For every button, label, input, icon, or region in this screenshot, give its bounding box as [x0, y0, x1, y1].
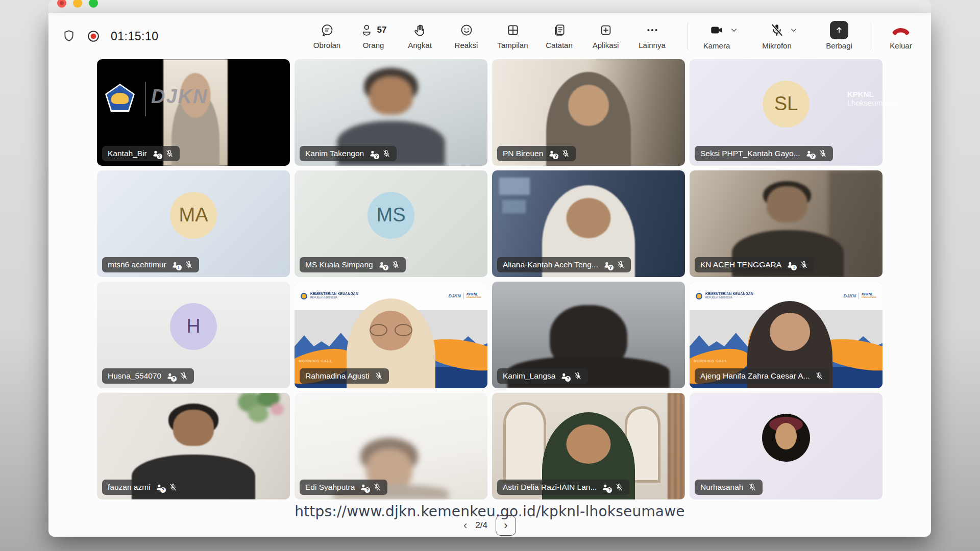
microphone-button[interactable]: Mikrofon: [753, 13, 814, 59]
participant-name-pill: Kantah_Bir ?: [102, 146, 180, 161]
mic-muted-icon: [373, 483, 382, 492]
person-icon: [360, 23, 375, 37]
toolbar-divider: [688, 22, 688, 50]
gallery-pager: ‹ 2/4 ›: [48, 515, 931, 536]
participant-name: Edi Syahputra: [305, 483, 355, 492]
video-placeholder: [502, 200, 526, 213]
share-up-arrow-icon: [830, 21, 848, 39]
wood-panel-decor: [668, 393, 685, 499]
person-question-icon: ?: [805, 149, 814, 158]
mic-muted-icon: [769, 22, 785, 38]
view-button[interactable]: Tampilan: [489, 13, 536, 59]
video-tile-aliana[interactable]: Aliana-Kantah Aceh Teng... ?: [492, 170, 685, 277]
participant-name: Astri Delia Razi-IAIN Lan...: [503, 483, 597, 492]
person-question-icon: ?: [166, 372, 175, 381]
next-page-button[interactable]: ›: [496, 515, 516, 536]
participant-name-pill: Ajeng Hanifa Zahra Caesar A...: [695, 368, 829, 384]
mic-muted-icon: [382, 149, 391, 158]
person-exclamation-icon: !: [786, 261, 795, 269]
toolbar-center-group: Obrolan 57 Orang: [304, 13, 675, 59]
recording-indicator-icon[interactable]: [86, 29, 101, 43]
mic-muted-icon: [615, 483, 624, 492]
participant-name: Kanim Takengon: [305, 149, 364, 158]
video-tile-ajeng[interactable]: KEMENTERIAN KEUANGANREPUBLIK INDONESIA D…: [690, 282, 883, 388]
mic-dropdown-chevron-icon[interactable]: [790, 26, 798, 34]
notes-icon: [552, 23, 567, 37]
video-tile-kn-aceh-tenggara[interactable]: KN ACEH TENGGARA !: [690, 170, 883, 277]
smiley-icon: [459, 23, 474, 37]
plus-square-icon: [599, 23, 613, 37]
camera-dropdown-chevron-icon[interactable]: [730, 26, 738, 34]
person-question-icon: ?: [152, 149, 160, 158]
participant-count: 57: [377, 25, 387, 35]
video-tile-seksi-phpt[interactable]: SL Seksi PHPT_Kantah Gayo... ?: [690, 59, 883, 166]
person-question-icon: ?: [560, 372, 569, 381]
minimize-window-button[interactable]: [73, 0, 82, 8]
mic-muted-icon: [165, 149, 174, 158]
person-question-icon: ?: [369, 149, 377, 158]
video-grid: DJKN Kantah_Bir ? Kanim Takengon ?: [97, 59, 883, 499]
apps-button[interactable]: Aplikasi: [582, 13, 629, 59]
leave-meeting-button[interactable]: Keluar: [875, 13, 926, 59]
zoom-window-button[interactable]: [89, 0, 98, 8]
security-shield-icon[interactable]: [62, 29, 76, 43]
participant-name: Seksi PHPT_Kantah Gayo...: [700, 149, 800, 158]
participant-name: fauzan azmi: [108, 483, 151, 492]
video-tile-ms-kuala-simpang[interactable]: MS MS Kuala Simpang ?: [295, 170, 487, 277]
video-tile-husna[interactable]: H Husna_554070 ?: [97, 282, 290, 388]
kemenkeu-logo: [105, 84, 135, 112]
video-tile-edi-syahputra[interactable]: Edi Syahputra ?: [295, 393, 487, 499]
video-tile-astri-delia[interactable]: Astri Delia Razi-IAIN Lan... ?: [492, 393, 685, 499]
video-tile-kanim-takengon[interactable]: Kanim Takengon ?: [295, 59, 487, 166]
mic-muted-icon: [374, 371, 383, 381]
participant-name-pill: Kanim_Langsa ?: [497, 368, 588, 384]
participant-name-pill: Astri Delia Razi-IAIN Lan... ?: [497, 480, 629, 495]
participant-name-pill: Aliana-Kantah Aceh Teng... ?: [497, 257, 631, 272]
participant-name-pill: MS Kuala Simpang ?: [300, 257, 406, 272]
video-tile-nurhasanah[interactable]: Nurhasanah: [690, 393, 883, 499]
plant-decor: [233, 393, 290, 444]
video-tile-rahmadina[interactable]: KEMENTERIAN KEUANGANREPUBLIK INDONESIA D…: [295, 282, 487, 388]
mic-muted-icon: [179, 371, 188, 381]
video-tile-fauzan-azmi[interactable]: fauzan azmi ?: [97, 393, 290, 499]
profile-photo-avatar: [762, 414, 810, 462]
prev-page-button[interactable]: ‹: [463, 519, 467, 532]
hang-up-phone-icon: [891, 24, 911, 36]
video-tile-kanim-langsa[interactable]: Kanim_Langsa ?: [492, 282, 685, 388]
reactions-button[interactable]: Reaksi: [443, 13, 489, 59]
chat-icon: [320, 23, 334, 37]
chat-button[interactable]: Obrolan: [304, 13, 350, 59]
participant-name: Rahmadina Agusti: [305, 371, 370, 381]
macos-titlebar: [48, 0, 931, 13]
participant-name: MS Kuala Simpang: [305, 260, 373, 269]
participants-button[interactable]: 57 Orang: [350, 13, 397, 59]
mic-muted-icon: [391, 260, 400, 269]
participant-name: Ajeng Hanifa Zahra Caesar A...: [700, 371, 810, 381]
participant-name-pill: KN ACEH TENGGARA !: [695, 257, 814, 272]
kemenkeu-mini-logo: [696, 293, 702, 299]
video-tile-kantah-bir[interactable]: DJKN Kantah_Bir ?: [97, 59, 290, 166]
participant-name: Kanim_Langsa: [503, 371, 555, 381]
participant-name: Husna_554070: [108, 371, 161, 381]
person-question-icon: ?: [378, 261, 386, 269]
mic-muted-icon: [799, 260, 808, 269]
participant-name: Nurhasanah: [700, 483, 743, 492]
video-tile-mtsn6-acehtimur[interactable]: MA mtsn6 acehtimur !: [97, 170, 290, 277]
toolbar-left-group: 01:15:10: [62, 13, 159, 59]
meeting-toolbar: 01:15:10 Obrolan: [48, 13, 931, 59]
share-screen-button[interactable]: Berbagi: [814, 13, 865, 59]
video-tile-pn-bireuen[interactable]: PN Bireuen ?: [492, 59, 685, 166]
toolbar-divider: [870, 22, 870, 50]
camera-button[interactable]: Kamera: [693, 13, 753, 59]
raise-hand-button[interactable]: Angkat: [397, 13, 443, 59]
video-placeholder: [499, 178, 530, 195]
close-window-button[interactable]: [57, 0, 66, 8]
participant-name-pill: fauzan azmi ?: [102, 480, 183, 495]
ellipsis-icon: [645, 23, 659, 37]
notes-button[interactable]: Catatan: [536, 13, 582, 59]
mic-muted-icon: [815, 371, 824, 381]
avatar: SL: [763, 81, 810, 128]
mic-muted-icon: [561, 149, 570, 158]
avatar: MA: [170, 192, 217, 239]
more-button[interactable]: Lainnya: [629, 13, 675, 59]
